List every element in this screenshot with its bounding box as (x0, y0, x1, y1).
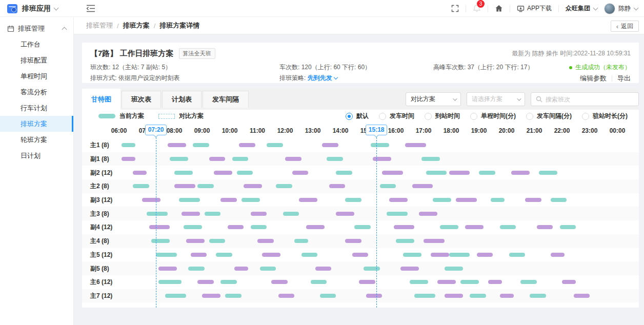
trip-bar[interactable] (306, 225, 325, 229)
trip-bar[interactable] (228, 225, 244, 229)
trip-bar[interactable] (156, 253, 177, 257)
plan-select[interactable]: 请选择方案 (467, 92, 525, 106)
trip-bar[interactable] (520, 280, 537, 284)
radio-4[interactable]: 发车间隔(分) (526, 112, 572, 120)
trip-bar[interactable] (336, 171, 352, 175)
trip-bar[interactable] (285, 157, 301, 161)
trip-bar[interactable] (251, 212, 267, 216)
trip-bar[interactable] (479, 171, 495, 175)
sidebar-item-2[interactable]: 单程时间 (0, 68, 73, 84)
trip-bar[interactable] (133, 184, 149, 188)
trip-bar[interactable] (216, 253, 232, 257)
trip-bar[interactable] (133, 171, 147, 175)
trip-bar[interactable] (232, 157, 249, 161)
trip-bar[interactable] (188, 267, 205, 271)
time-marker-line[interactable] (156, 137, 156, 308)
tab-2[interactable]: 计划表 (162, 91, 202, 108)
trip-bar[interactable] (352, 253, 369, 257)
trip-bar[interactable] (294, 239, 308, 243)
trip-bar[interactable] (193, 143, 209, 147)
sidebar-collapse-button[interactable] (86, 5, 95, 12)
trip-bar[interactable] (239, 143, 255, 147)
trip-bar[interactable] (551, 253, 565, 257)
trip-bar[interactable] (151, 239, 170, 243)
trip-bar[interactable] (209, 157, 226, 161)
trip-bar[interactable] (122, 157, 135, 161)
trip-bar[interactable] (184, 225, 202, 229)
compare-mode-select[interactable]: 对比方案 (406, 92, 461, 106)
trip-bar[interactable] (537, 225, 553, 229)
trip-bar[interactable] (220, 280, 237, 284)
trip-bar[interactable] (214, 171, 232, 175)
sidebar-item-0[interactable]: 工作台 (0, 36, 73, 52)
org-switcher[interactable]: 众旺集团 (566, 4, 597, 13)
trip-bar[interactable] (327, 157, 343, 161)
trip-bar[interactable] (299, 198, 317, 202)
trip-bar[interactable] (539, 171, 557, 175)
trip-bar[interactable] (530, 294, 546, 298)
trip-bar[interactable] (320, 294, 336, 298)
trip-bar[interactable] (445, 267, 463, 271)
trip-bar[interactable] (205, 212, 221, 216)
trip-bar[interactable] (283, 212, 299, 216)
trip-bar[interactable] (366, 294, 383, 298)
trip-bar[interactable] (202, 294, 220, 298)
edit-params-button[interactable]: 编辑参数 (580, 74, 607, 83)
sidebar-item-5[interactable]: 排班方案 (0, 116, 73, 132)
tab-0[interactable]: 甘特图 (82, 89, 120, 110)
radio-1[interactable]: 发车时间 (379, 112, 414, 120)
trip-bar[interactable] (440, 225, 458, 229)
trip-bar[interactable] (449, 253, 470, 257)
trip-bar[interactable] (234, 267, 248, 271)
trip-bar[interactable] (403, 253, 421, 257)
trip-bar[interactable] (271, 280, 288, 284)
trip-bar[interactable] (345, 239, 361, 243)
trip-bar[interactable] (421, 157, 440, 161)
home-button[interactable] (495, 5, 503, 12)
trip-bar[interactable] (220, 198, 237, 202)
trip-bar[interactable] (301, 253, 318, 257)
app-logo-area[interactable]: 排班应用 (0, 0, 74, 17)
search-input[interactable] (546, 96, 634, 103)
trip-bar[interactable] (158, 267, 177, 271)
trip-bar[interactable] (477, 253, 493, 257)
trip-bar[interactable] (168, 143, 186, 147)
trip-bar[interactable] (460, 280, 479, 284)
trip-bar[interactable] (359, 280, 375, 284)
trip-bar[interactable] (562, 280, 576, 284)
trip-bar[interactable] (560, 225, 576, 229)
trip-bar[interactable] (433, 198, 451, 202)
trip-bar[interactable] (311, 280, 327, 284)
trip-bar[interactable] (525, 198, 541, 202)
trip-bar[interactable] (315, 267, 332, 271)
sidebar-item-4[interactable]: 行车计划 (0, 100, 73, 116)
trip-bar[interactable] (426, 171, 447, 175)
trip-bar[interactable] (158, 280, 182, 284)
export-button[interactable]: 导出 (617, 74, 631, 83)
trip-bar[interactable] (410, 280, 428, 284)
trip-bar[interactable] (400, 267, 419, 271)
back-button[interactable]: ‹ 返回 (611, 21, 639, 32)
trip-bar[interactable] (465, 225, 484, 229)
trip-bar[interactable] (165, 294, 186, 298)
trip-bar[interactable] (345, 198, 361, 202)
trip-bar[interactable] (424, 239, 445, 243)
trip-bar[interactable] (405, 143, 426, 147)
time-marker-line[interactable] (376, 137, 377, 308)
trip-bar[interactable] (431, 253, 449, 257)
radio-5[interactable]: 驻站时长(分) (582, 112, 628, 120)
trip-bar[interactable] (260, 267, 276, 271)
trip-bar[interactable] (197, 280, 214, 284)
breadcrumb-item-0[interactable]: 排班管理 (86, 21, 113, 30)
trip-bar[interactable] (380, 184, 396, 188)
trip-bar[interactable] (244, 184, 262, 188)
trip-bar[interactable] (182, 212, 200, 216)
trip-bar[interactable] (225, 294, 242, 298)
trip-bar[interactable] (371, 143, 389, 147)
trip-bar[interactable] (456, 198, 477, 202)
radio-0[interactable]: 默认 (346, 112, 369, 120)
app-download-link[interactable]: APP下载 (517, 4, 552, 13)
sidebar-item-6[interactable]: 轮班方案 (0, 132, 73, 148)
trip-bar[interactable] (491, 198, 505, 202)
trip-bar[interactable] (394, 225, 415, 229)
